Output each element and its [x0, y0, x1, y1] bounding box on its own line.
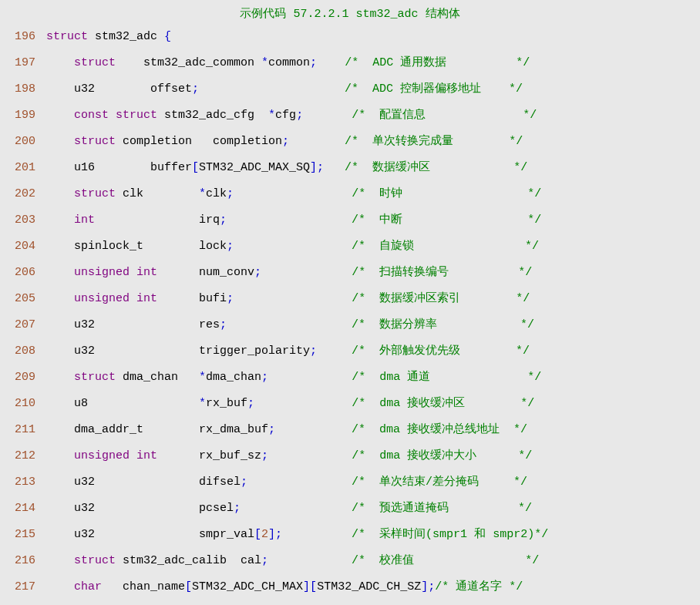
code-text: u32 offset — [46, 82, 192, 96]
code-text: stm32_adc_cfg — [157, 109, 268, 122]
comment: /* ADC 控制器偏移地址 */ — [345, 82, 523, 96]
code-text — [46, 580, 74, 593]
comment: /* 数据缓冲区 */ — [345, 161, 527, 174]
line-number: 217 — [5, 574, 35, 600]
line-number: 211 — [5, 417, 35, 443]
code-text — [46, 135, 74, 148]
code-text: u32 pcsel — [46, 502, 234, 515]
keyword: struct — [74, 187, 116, 200]
code-line: 208 u32 trigger_polarity; /* 外部触发优先级 */ — [5, 338, 695, 365]
keyword: ; — [310, 345, 317, 358]
keyword: ; — [247, 397, 254, 410]
code-text — [234, 187, 352, 200]
code-line: 218}; — [5, 600, 695, 605]
comment: /* 数据缓冲区索引 */ — [352, 292, 530, 305]
code-text: u16 buffer — [46, 161, 192, 174]
keyword: ][ — [303, 580, 317, 593]
code-line: 201 u16 buffer[STM32_ADC_MAX_SQ]; /* 数据缓… — [5, 155, 695, 181]
comment: /* 校准值 */ — [352, 554, 539, 567]
code-title: 示例代码 57.2.2.1 stm32_adc 结构体 — [0, 0, 700, 24]
keyword: [ — [185, 580, 192, 593]
code-text — [109, 109, 116, 122]
code-text: dma_chan — [116, 371, 199, 384]
code-line: 203 int irq; /* 中断 */ — [5, 207, 695, 234]
code-text — [289, 135, 345, 148]
code-text — [199, 82, 345, 96]
code-line: 209 struct dma_chan *dma_chan; /* dma 通道… — [5, 365, 695, 391]
line-number: 210 — [5, 391, 35, 417]
comment: /* 预选通道掩码 */ — [352, 502, 532, 515]
line-number: 207 — [5, 312, 35, 338]
keyword: struct — [46, 30, 88, 43]
line-number: 205 — [5, 286, 35, 312]
line-number: 200 — [5, 129, 35, 155]
code-block: 196struct stm32_adc {197 struct stm32_ad… — [0, 24, 700, 605]
code-text — [241, 502, 352, 515]
code-line: 202 struct clk *clk; /* 时钟 */ — [5, 181, 695, 207]
keyword: ; — [227, 292, 234, 305]
code-text — [227, 213, 352, 227]
code-text — [324, 161, 345, 174]
comment: /* 配置信息 */ — [352, 109, 537, 122]
keyword: struct — [116, 109, 157, 122]
keyword: ]; — [421, 580, 435, 593]
keyword: const — [74, 109, 109, 122]
comment: /* dma 接收缓冲大小 */ — [352, 449, 532, 462]
keyword: struct — [74, 135, 116, 148]
code-text — [261, 266, 352, 279]
comment: /* 自旋锁 */ — [352, 240, 539, 253]
line-number: 209 — [5, 365, 35, 391]
code-text — [46, 187, 74, 200]
code-text: irq — [95, 213, 220, 227]
code-text — [46, 292, 74, 305]
keyword: ; — [268, 423, 275, 436]
code-text — [317, 56, 345, 69]
line-number: 208 — [5, 338, 35, 365]
code-text: dma_addr_t rx_dma_buf — [46, 423, 268, 436]
code-text — [268, 449, 352, 462]
code-text — [317, 345, 352, 358]
code-line: 205 unsigned int bufi; /* 数据缓冲区索引 */ — [5, 286, 695, 312]
keyword: ; — [220, 318, 227, 331]
code-text: STM32_ADC_CH_SZ — [317, 580, 421, 593]
keyword: ; — [261, 449, 268, 462]
line-number: 201 — [5, 155, 35, 181]
keyword: ]; — [268, 528, 282, 541]
keyword: int — [74, 213, 95, 227]
code-text — [46, 56, 74, 69]
code-line: 200 struct completion completion; /* 单次转… — [5, 129, 695, 155]
code-line: 213 u32 difsel; /* 单次结束/差分掩码 */ — [5, 469, 695, 496]
keyword: ; — [282, 135, 289, 148]
keyword: unsigned — [74, 449, 130, 462]
line-number: 212 — [5, 443, 35, 469]
keyword: ; — [227, 240, 234, 253]
keyword: [ — [254, 528, 261, 541]
keyword: * — [199, 397, 206, 410]
keyword: ; — [261, 554, 268, 567]
code-text: stm32_adc_common — [116, 56, 261, 69]
keyword: ; — [227, 187, 234, 200]
number-literal: 2 — [261, 528, 268, 541]
comment: /* 通道名字 */ — [435, 580, 523, 593]
code-text — [46, 213, 74, 227]
code-text: completion completion — [116, 135, 282, 148]
code-line: 216 struct stm32_adc_calib cal; /* 校准值 *… — [5, 548, 695, 574]
code-text: u32 trigger_polarity — [46, 345, 310, 358]
code-text: cfg — [275, 109, 296, 122]
keyword: unsigned — [74, 266, 130, 279]
code-text — [130, 292, 136, 305]
keyword: ; — [241, 476, 247, 489]
keyword: * — [199, 371, 206, 384]
keyword: struct — [74, 554, 116, 567]
code-text: dma_chan — [206, 371, 261, 384]
code-line: 198 u32 offset; /* ADC 控制器偏移地址 */ — [5, 76, 695, 103]
code-text — [46, 109, 74, 122]
code-text: rx_buf — [206, 397, 247, 410]
code-line: 199 const struct stm32_adc_cfg *cfg; /* … — [5, 103, 695, 129]
code-text: stm32_adc_calib cal — [116, 554, 261, 567]
code-text — [46, 371, 74, 384]
keyword: ; — [254, 266, 261, 279]
keyword: ; — [261, 371, 268, 384]
keyword: char — [74, 580, 102, 593]
keyword: ; — [220, 213, 227, 227]
